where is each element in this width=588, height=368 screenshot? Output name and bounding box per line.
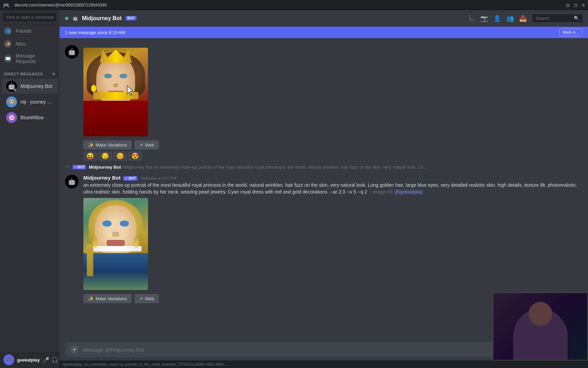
- friends-label: Friends: [16, 28, 32, 34]
- reactions-row-1: 😝 😏 😊 😍: [83, 152, 583, 160]
- user-avatar: 🎮: [3, 354, 14, 365]
- channel-name: Midjourney Bot: [82, 15, 121, 21]
- web-button-1[interactable]: ↗ Web: [134, 140, 159, 150]
- friends-icon: 👥: [4, 27, 12, 35]
- status-url: //geekatplay_an_extremely_close-up_portr…: [62, 362, 228, 366]
- titlebar-icon: 🎮: [3, 2, 10, 9]
- reaction-3[interactable]: 😊: [113, 152, 127, 160]
- compact-message-preview: Midjourney Bot an extremely close-up por…: [123, 165, 429, 170]
- sidebar-item-friends[interactable]: 👥 Friends: [0, 25, 60, 37]
- make-variations-icon: ✨: [88, 142, 94, 148]
- dm-item-niji-journey[interactable]: 🎨 niji · journey Bot: [2, 94, 58, 109]
- image-container-2[interactable]: [83, 198, 148, 290]
- verified-bot-tag: ✓ BOT: [123, 176, 137, 181]
- sidebar-item-nitro[interactable]: ✨ Nitro: [0, 37, 60, 50]
- make-variations-button[interactable]: ✨ Make Variations: [83, 140, 132, 150]
- webcam-head: [528, 302, 552, 326]
- webcam-overlay: [493, 292, 588, 361]
- status-bar: //geekatplay_an_extremely_close-up_portr…: [60, 361, 588, 368]
- video-icon[interactable]: 📷: [480, 15, 488, 22]
- message-requests-label: Message Requests: [16, 53, 55, 64]
- make-variations-button-2[interactable]: ✨ Make Variations: [83, 294, 132, 303]
- bluewillow-name: BlueWillow: [20, 115, 44, 120]
- webcam-person: [493, 293, 587, 360]
- midjourney-bot-name: Midjourney Bot: [20, 83, 52, 89]
- notification-banner: 1 new message since 9:19 AM Mark A...: [60, 27, 588, 38]
- mj-avatar-1: 🤖: [65, 45, 79, 59]
- message-text-2: an extremely close-up portrait of the mo…: [83, 182, 583, 195]
- forward-indicator: ⮕: [65, 164, 70, 170]
- inbox-icon[interactable]: 📥: [519, 15, 527, 22]
- make-variations-icon-2: ✨: [88, 296, 94, 301]
- search-bar[interactable]: Search 🔍: [532, 14, 583, 22]
- search-label: Search: [536, 16, 550, 21]
- compact-header-row: ⮕ ✓ BOT Midjourney Bot Midjourney Bot an…: [60, 163, 588, 171]
- niji-avatar: 🎨: [6, 96, 17, 107]
- portrait2-earrings: [93, 237, 98, 248]
- bot-badge: BOT: [126, 16, 136, 20]
- web-button-2[interactable]: ↗ Web: [134, 294, 159, 303]
- mark-as-read-button[interactable]: Mark A...: [559, 29, 583, 36]
- message-group-1: 🤖: [60, 44, 588, 162]
- image-container-1[interactable]: [83, 48, 148, 136]
- sidebar-item-message-requests[interactable]: ✉️ Message Requests: [0, 50, 60, 67]
- titlebar-url: discord.com/channels/@me/989228067228643…: [14, 3, 107, 7]
- headphones-icon[interactable]: 🎧: [51, 357, 58, 363]
- bluewillow-avatar: 🌸: [6, 112, 17, 123]
- message-input[interactable]: [83, 347, 541, 353]
- bot-online-indicator: [65, 17, 68, 20]
- portrait2-braid: [87, 244, 93, 276]
- compact-author: Midjourney Bot: [89, 165, 121, 170]
- add-dm-icon[interactable]: +: [52, 71, 55, 77]
- mic-icon[interactable]: 🎤: [43, 357, 49, 363]
- action-buttons-1: ✨ Make Variations ↗ Web: [83, 140, 583, 150]
- compact-bot-tag: ✓ BOT: [72, 165, 86, 169]
- portrait-crown: [100, 49, 132, 63]
- portrait2-dress: [83, 253, 148, 290]
- portrait2-jewelry: [90, 246, 142, 251]
- make-variations-label-2: Make Variations: [96, 296, 127, 301]
- royal-portrait-image-2: [83, 198, 148, 290]
- nitro-label: Nitro: [16, 41, 26, 47]
- midjourney-bot-avatar: 🤖: [6, 81, 17, 92]
- user-bar: 🎮 geekatplay 🎤 🎧 ⚙️: [0, 352, 60, 368]
- message-group-2: 🤖 Midjourney Bot ✓ BOT Yesterday at 3:57…: [60, 173, 588, 305]
- phone-icon[interactable]: 📞: [468, 15, 475, 22]
- find-conversation-input[interactable]: [3, 13, 56, 21]
- search-icon: 🔍: [574, 16, 579, 21]
- channel-header: 🤖 Midjourney Bot BOT 📞 📷 👤 👥 📥 Search 🔍: [60, 10, 588, 27]
- portrait-jewelry: [93, 92, 138, 99]
- reaction-4[interactable]: 😍: [128, 152, 142, 160]
- portrait-earring: [91, 85, 96, 92]
- image-suffix: - Image #3: [370, 189, 393, 195]
- mention: @geekatplay: [394, 189, 423, 195]
- attach-file-button[interactable]: +: [70, 346, 79, 354]
- dm-item-midjourney-bot[interactable]: 🤖 Midjourney Bot: [2, 79, 58, 94]
- reaction-2[interactable]: 😏: [98, 152, 112, 160]
- sidebar: 👥 Friends ✨ Nitro ✉️ Message Requests DI…: [0, 10, 60, 368]
- minimize-icon[interactable]: ⊟: [566, 3, 570, 8]
- dm-section-label: DIRECT MESSAGES +: [0, 67, 60, 78]
- notification-text: 1 new message since 9:19 AM: [65, 30, 125, 35]
- profile-icon[interactable]: 👤: [493, 15, 501, 22]
- add-friend-icon[interactable]: 👥: [506, 15, 514, 22]
- dm-item-bluewillow[interactable]: 🌸 BlueWillow: [2, 110, 58, 125]
- web-icon-2: ↗: [139, 296, 143, 301]
- message-requests-icon: ✉️: [4, 55, 12, 62]
- titlebar: 🎮 discord.com/channels/@me/9892280672286…: [0, 0, 588, 10]
- webcam-silhouette: [513, 309, 568, 360]
- message-header-2: Midjourney Bot ✓ BOT Yesterday at 3:57 P…: [83, 175, 583, 181]
- online-dot: [14, 88, 17, 92]
- royal-portrait-image-1: [83, 48, 148, 136]
- mj-avatar-2: 🤖: [65, 175, 79, 188]
- close-icon[interactable]: ✕: [582, 3, 585, 8]
- username-label: geekatplay: [17, 357, 40, 363]
- web-label-2: Web: [145, 296, 154, 301]
- maximize-icon[interactable]: ⊡: [574, 3, 577, 8]
- reaction-1[interactable]: 😝: [83, 152, 97, 160]
- header-icons: 📞 📷 👤 👥 📥 Search 🔍: [468, 14, 583, 22]
- user-bar-icons: 🎤 🎧 ⚙️: [43, 357, 60, 363]
- sidebar-search-area: [0, 10, 60, 25]
- bot-prefix: 🤖: [72, 16, 78, 21]
- make-variations-label: Make Variations: [96, 142, 127, 148]
